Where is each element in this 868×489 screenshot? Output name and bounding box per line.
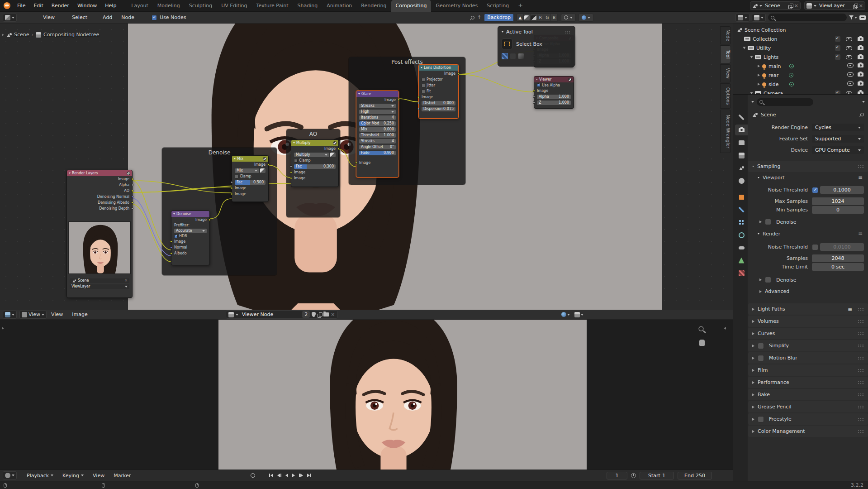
play-reverse-button[interactable] bbox=[285, 474, 288, 477]
add-workspace-button[interactable]: + bbox=[513, 0, 527, 12]
denoise-checkbox[interactable] bbox=[765, 277, 771, 283]
jump-to-start-button[interactable] bbox=[269, 474, 273, 477]
dispersion-field[interactable]: Dispersion0.015 bbox=[422, 107, 455, 111]
new-scene-icon[interactable] bbox=[788, 4, 792, 8]
node-socket[interactable] bbox=[267, 163, 270, 166]
panel-grease-pencil[interactable]: Grease Pencil bbox=[748, 401, 868, 412]
node-socket[interactable] bbox=[417, 108, 420, 110]
use-nodes-toggle[interactable]: Use Nodes bbox=[152, 14, 186, 20]
tab-scene-properties[interactable] bbox=[735, 163, 748, 173]
noise-threshold-checkbox[interactable] bbox=[812, 187, 818, 193]
expand-icon[interactable] bbox=[758, 83, 760, 86]
z-field[interactable]: Z1.000 bbox=[537, 101, 571, 105]
mix-field[interactable]: Mix0.000 bbox=[359, 127, 396, 132]
simplify-checkbox[interactable] bbox=[758, 343, 764, 349]
tab-modeling[interactable]: Modeling bbox=[153, 0, 185, 12]
pin-icon[interactable] bbox=[470, 15, 474, 20]
tab-geometry-nodes[interactable]: Geometry Nodes bbox=[431, 0, 482, 12]
disable-render-icon[interactable] bbox=[858, 82, 863, 86]
node-glare[interactable]: Glare Image Streaks High Iterations4 Col… bbox=[356, 91, 399, 177]
angle-offset-field[interactable]: Angle Offset0° bbox=[359, 145, 396, 149]
expand-icon[interactable] bbox=[758, 74, 760, 77]
fac-slider[interactable]: Fac0.300 bbox=[294, 164, 336, 169]
panel-freestyle[interactable]: Freestyle bbox=[748, 413, 868, 425]
menu-view[interactable]: View bbox=[38, 14, 59, 20]
panel-grip-icon[interactable] bbox=[565, 30, 571, 34]
view-layer-selector[interactable]: ViewLayer × bbox=[804, 1, 865, 10]
scene-selector[interactable]: Scene × bbox=[750, 1, 801, 10]
node-socket[interactable] bbox=[170, 240, 172, 243]
swap-images-icon[interactable] bbox=[260, 168, 266, 173]
tab-shading[interactable]: Shading bbox=[293, 0, 323, 12]
disable-render-icon[interactable] bbox=[858, 55, 863, 59]
denoise-checkbox[interactable] bbox=[765, 219, 771, 225]
node-viewer[interactable]: Viewer Use Alpha Image Alpha1.000 Z1.000 bbox=[534, 76, 574, 109]
sidebar-tab-options[interactable]: Options bbox=[720, 83, 731, 109]
threshold-field[interactable]: Threshold1.000 bbox=[359, 133, 396, 138]
image-alpha-icon[interactable] bbox=[531, 14, 537, 21]
render-engine-dropdown[interactable]: Cycles bbox=[812, 124, 864, 131]
node-socket[interactable] bbox=[533, 90, 535, 92]
disable-render-icon[interactable] bbox=[858, 37, 863, 41]
blend-mode-dropdown[interactable]: Multiply bbox=[294, 153, 329, 157]
node-mix[interactable]: Mix Image Mix Clamp Fac0.500 Image Image bbox=[232, 155, 269, 202]
expand-icon[interactable] bbox=[758, 65, 760, 67]
hide-eye-icon[interactable] bbox=[847, 63, 854, 67]
collection-checkbox[interactable] bbox=[835, 54, 840, 60]
channel-b-button[interactable]: B bbox=[551, 14, 558, 21]
panel-color-management[interactable]: Color Management bbox=[748, 426, 868, 437]
expand-icon[interactable] bbox=[759, 278, 762, 281]
marker-menu[interactable]: Marker bbox=[109, 473, 135, 479]
display-channels-dropdown[interactable] bbox=[574, 312, 583, 317]
menu-select[interactable]: Select bbox=[67, 14, 92, 20]
outliner-item[interactable]: Utility bbox=[756, 45, 771, 51]
view-layer-field[interactable]: ViewLayer bbox=[70, 284, 129, 289]
node-socket[interactable] bbox=[533, 101, 535, 104]
node-socket[interactable] bbox=[417, 96, 420, 98]
node-socket[interactable] bbox=[231, 181, 233, 183]
noise-threshold-field[interactable]: 0.1000 bbox=[820, 186, 864, 194]
channel-g-button[interactable]: G bbox=[544, 14, 551, 21]
collection-checkbox[interactable] bbox=[835, 36, 840, 42]
new-collection-button[interactable] bbox=[859, 15, 866, 20]
unlink-scene-icon[interactable]: × bbox=[794, 3, 798, 8]
menu-help[interactable]: Help bbox=[101, 0, 120, 12]
node-socket[interactable] bbox=[290, 165, 292, 168]
collection-checkbox[interactable] bbox=[835, 45, 840, 51]
blender-logo-icon[interactable] bbox=[4, 2, 10, 9]
projector-checkbox[interactable] bbox=[422, 78, 425, 82]
image-datablock-selector[interactable]: Viewer Node 2 × bbox=[226, 310, 338, 319]
alpha-field[interactable]: Alpha1.000 bbox=[537, 95, 571, 99]
node-socket[interactable] bbox=[457, 72, 460, 75]
jump-to-end-button[interactable] bbox=[307, 474, 311, 477]
hide-eye-icon[interactable] bbox=[847, 72, 854, 77]
tab-compositing[interactable]: Compositing bbox=[391, 0, 432, 12]
expand-icon[interactable] bbox=[750, 56, 753, 58]
node-socket[interactable] bbox=[290, 177, 292, 179]
texture-slot-button[interactable] bbox=[518, 53, 524, 59]
outliner-editor-dropdown[interactable] bbox=[735, 14, 749, 22]
unlink-image-icon[interactable]: × bbox=[331, 312, 335, 317]
tab-world-properties[interactable] bbox=[735, 175, 748, 186]
menu-render[interactable]: Render bbox=[47, 0, 73, 12]
outliner-item[interactable]: Scene Collection bbox=[745, 27, 786, 33]
panel-performance[interactable]: Performance bbox=[748, 377, 868, 388]
subpanel-viewport[interactable]: Viewport bbox=[763, 175, 785, 181]
node-socket[interactable] bbox=[355, 162, 357, 164]
tab-rendering[interactable]: Rendering bbox=[356, 0, 391, 12]
tab-modifier-properties[interactable] bbox=[735, 204, 748, 215]
fac-slider[interactable]: Fac0.500 bbox=[235, 180, 266, 185]
expand-icon[interactable] bbox=[759, 290, 762, 293]
hide-eye-icon[interactable] bbox=[847, 82, 854, 86]
tab-texture-paint[interactable]: Texture Paint bbox=[252, 0, 293, 12]
collapse-icon[interactable] bbox=[69, 173, 71, 174]
current-frame-field[interactable]: 1 bbox=[607, 472, 627, 479]
outliner-item[interactable]: rear bbox=[768, 72, 778, 78]
editor-type-dropdown[interactable] bbox=[3, 471, 17, 479]
tab-particle-properties[interactable] bbox=[735, 217, 748, 228]
hdr-checkbox[interactable] bbox=[174, 235, 178, 238]
next-keyframe-button[interactable] bbox=[299, 474, 303, 477]
mode-dropdown[interactable]: View bbox=[19, 311, 47, 319]
node-socket[interactable] bbox=[131, 201, 133, 204]
texture-slot-button[interactable] bbox=[510, 53, 516, 59]
